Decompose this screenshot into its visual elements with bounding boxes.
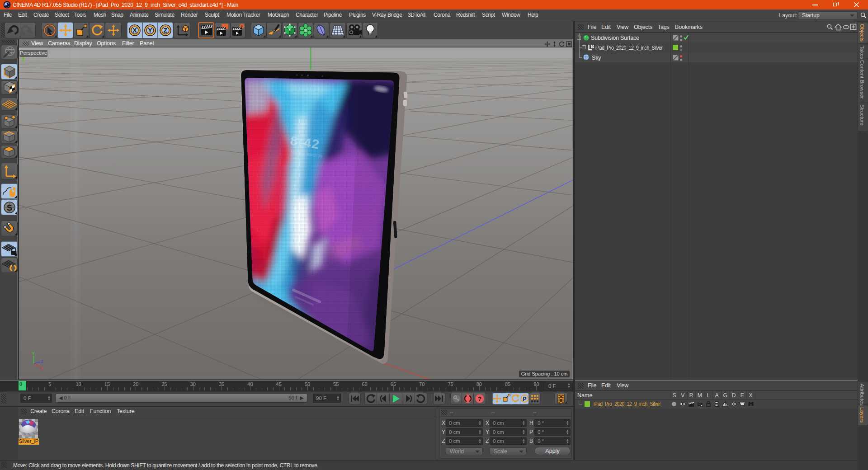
svg-text:Y: Y: [32, 351, 35, 356]
svg-text:Z: Z: [41, 359, 43, 364]
svg-text:P: P: [523, 396, 526, 402]
svg-text:X: X: [132, 27, 137, 34]
svg-text:?: ?: [478, 395, 481, 402]
svg-text:S: S: [7, 203, 12, 212]
svg-text:X: X: [40, 366, 43, 371]
svg-text:0: 0: [592, 44, 594, 48]
svg-text:Y: Y: [148, 27, 152, 34]
svg-text:Z: Z: [164, 27, 168, 34]
